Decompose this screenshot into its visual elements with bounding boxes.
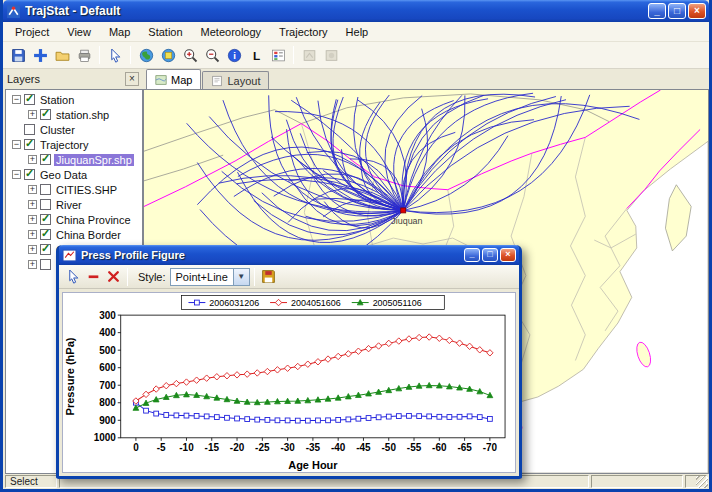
- menu-meteorology[interactable]: Meteorology: [192, 24, 271, 40]
- delete-series-icon: [106, 269, 121, 284]
- layer-checkbox[interactable]: [24, 124, 35, 135]
- layer-checkbox[interactable]: [40, 184, 51, 195]
- collapse-icon[interactable]: −: [12, 170, 21, 179]
- expand-icon[interactable]: +: [28, 155, 37, 164]
- layer-item-cluster[interactable]: +Cluster: [6, 122, 142, 137]
- style-combobox[interactable]: Point+Line▼: [170, 268, 250, 286]
- tab-layout[interactable]: Layout: [202, 71, 269, 89]
- layer-checkbox[interactable]: [40, 199, 51, 210]
- remove-series-button[interactable]: [83, 267, 103, 287]
- identify-button[interactable]: i: [223, 44, 245, 66]
- legend-button[interactable]: [267, 44, 289, 66]
- collapse-icon[interactable]: −: [12, 95, 21, 104]
- close-button[interactable]: ×: [500, 248, 516, 262]
- layer-checkbox[interactable]: [40, 244, 51, 255]
- station-label: Jiuquan: [391, 216, 422, 226]
- close-button[interactable]: ×: [688, 3, 706, 19]
- menu-project[interactable]: Project: [6, 24, 58, 40]
- resize-grip[interactable]: [696, 476, 708, 488]
- svg-text:2005051106: 2005051106: [373, 298, 422, 308]
- add-data-button[interactable]: [29, 44, 51, 66]
- menu-view[interactable]: View: [58, 24, 100, 40]
- menu-trajectory[interactable]: Trajectory: [270, 24, 337, 40]
- layer-item-station[interactable]: −Station: [6, 92, 142, 107]
- legend-icon: [271, 48, 286, 63]
- expand-icon[interactable]: +: [28, 200, 37, 209]
- save-button[interactable]: [7, 44, 29, 66]
- expand-icon[interactable]: +: [28, 245, 37, 254]
- layer-item-station-shp[interactable]: +station.shp: [6, 107, 142, 122]
- svg-text:-30: -30: [280, 442, 295, 453]
- layer-item-cities-shp[interactable]: +CITIES.SHP: [6, 182, 142, 197]
- layer-label[interactable]: China Province: [54, 214, 133, 226]
- svg-text:-25: -25: [255, 442, 270, 453]
- disabled-tool-1-button[interactable]: [298, 44, 320, 66]
- expand-icon[interactable]: +: [28, 260, 37, 269]
- layer-label[interactable]: River: [54, 199, 84, 211]
- layer-label[interactable]: station.shp: [54, 109, 111, 121]
- layer-checkbox[interactable]: [24, 139, 35, 150]
- disabled-tool-2-button[interactable]: [320, 44, 342, 66]
- label-button[interactable]: L: [245, 44, 267, 66]
- zoom-to-layer-button[interactable]: [157, 44, 179, 66]
- chevron-down-icon[interactable]: ▼: [233, 269, 249, 285]
- toolbar-separator: [254, 268, 255, 286]
- menu-map[interactable]: Map: [100, 24, 139, 40]
- maximize-button[interactable]: □: [482, 248, 498, 262]
- layout-tab-icon: [211, 75, 223, 87]
- minimize-button[interactable]: _: [648, 3, 666, 19]
- layer-checkbox[interactable]: [40, 229, 51, 240]
- maximize-button[interactable]: □: [668, 3, 686, 19]
- layer-checkbox[interactable]: [40, 214, 51, 225]
- layer-checkbox[interactable]: [40, 109, 51, 120]
- expand-icon[interactable]: +: [28, 215, 37, 224]
- layer-label[interactable]: China Border: [54, 229, 123, 241]
- layer-label[interactable]: Station: [38, 94, 76, 106]
- identify-icon: i: [227, 48, 242, 63]
- select-button[interactable]: [63, 267, 83, 287]
- app-icon: [6, 4, 21, 19]
- save-icon: [11, 48, 26, 63]
- expand-icon[interactable]: +: [28, 110, 37, 119]
- layer-item-geo-data[interactable]: −Geo Data: [6, 167, 142, 182]
- menu-help[interactable]: Help: [337, 24, 378, 40]
- layer-checkbox[interactable]: [40, 154, 51, 165]
- open-button[interactable]: [51, 44, 73, 66]
- svg-text:0: 0: [133, 442, 139, 453]
- svg-text:-20: -20: [230, 442, 245, 453]
- layer-item-china-border[interactable]: +China Border: [6, 227, 142, 242]
- style-label: Style:: [138, 271, 166, 283]
- layer-item-river[interactable]: +River: [6, 197, 142, 212]
- save-figure-button[interactable]: [259, 267, 279, 287]
- select-button[interactable]: [104, 44, 126, 66]
- menu-station[interactable]: Station: [139, 24, 191, 40]
- collapse-icon[interactable]: −: [12, 140, 21, 149]
- svg-text:500: 500: [99, 345, 116, 356]
- layer-item-china-province[interactable]: +China Province: [6, 212, 142, 227]
- full-extent-button[interactable]: [135, 44, 157, 66]
- layer-label[interactable]: Cluster: [38, 124, 77, 136]
- layer-item-trajectory[interactable]: −Trajectory: [6, 137, 142, 152]
- zoom-in-button[interactable]: [179, 44, 201, 66]
- layer-label[interactable]: Trajectory: [38, 139, 91, 151]
- layer-item-jiuquanspr-shp[interactable]: +JiuquanSpr.shp: [6, 152, 142, 167]
- save-figure-icon: [261, 269, 276, 284]
- delete-series-button[interactable]: [103, 267, 123, 287]
- svg-text:800: 800: [99, 397, 116, 408]
- layer-label[interactable]: CITIES.SHP: [54, 184, 119, 196]
- expand-icon[interactable]: +: [28, 185, 37, 194]
- minimize-button[interactable]: _: [464, 248, 480, 262]
- svg-text:-55: -55: [407, 442, 422, 453]
- tab-map[interactable]: Map: [146, 69, 201, 89]
- layer-checkbox[interactable]: [40, 259, 51, 270]
- expand-icon[interactable]: +: [28, 230, 37, 239]
- station-marker[interactable]: [401, 208, 406, 213]
- disabled-tool-1-icon: [302, 48, 317, 63]
- zoom-out-button[interactable]: [201, 44, 223, 66]
- layers-panel-close-icon[interactable]: ×: [125, 72, 139, 86]
- print-button[interactable]: [73, 44, 95, 66]
- layer-checkbox[interactable]: [24, 169, 35, 180]
- layer-label[interactable]: JiuquanSpr.shp: [54, 154, 134, 166]
- layer-checkbox[interactable]: [24, 94, 35, 105]
- layer-label[interactable]: Geo Data: [38, 169, 89, 181]
